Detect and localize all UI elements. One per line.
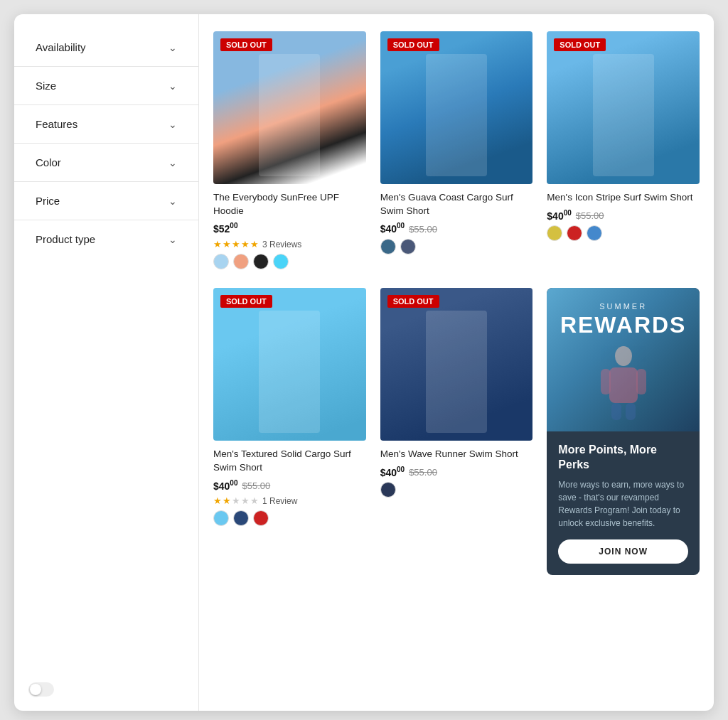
color-swatches (213, 254, 366, 269)
star-filled: ★ (213, 239, 222, 249)
star-empty: ★ (250, 495, 259, 506)
filter-availability[interactable]: Availability ⌄ (14, 28, 198, 67)
chevron-down-icon: ⌄ (168, 157, 177, 168)
rewards-body: More Points, More Perks More ways to ear… (547, 431, 700, 575)
product-person-silhouette (593, 54, 654, 176)
svg-rect-1 (609, 367, 638, 403)
product-pricing: $5200 (213, 222, 366, 235)
bottom-toggle[interactable] (28, 682, 54, 697)
product-pricing: $4000 $55.00 (380, 222, 533, 235)
color-swatches (547, 225, 700, 241)
filter-label-availability: Availability (36, 41, 86, 53)
color-swatches (380, 482, 533, 498)
star-empty: ★ (232, 495, 240, 506)
chevron-down-icon: ⌄ (168, 42, 177, 53)
product-card[interactable]: Sold out Men's Icon Stripe Surf Swim Sho… (547, 31, 700, 274)
color-swatch[interactable] (233, 510, 249, 526)
color-swatch[interactable] (567, 225, 582, 241)
color-swatches (213, 510, 366, 526)
product-info: Men's Wave Runner Swim Short $4000 $55.0… (380, 441, 533, 503)
rewards-description: More ways to earn, more ways to save - t… (558, 478, 688, 530)
product-card[interactable]: Sold out Men's Guava Coast Cargo Surf Sw… (380, 31, 533, 274)
star-filled: ★ (232, 239, 240, 249)
color-swatch[interactable] (253, 254, 269, 269)
svg-point-0 (615, 346, 632, 366)
color-swatches (380, 239, 533, 254)
color-swatch[interactable] (273, 254, 289, 269)
product-image: Sold out (213, 288, 366, 441)
svg-rect-3 (636, 369, 646, 394)
filter-label-product_type: Product type (36, 233, 95, 245)
price-sup: 00 (230, 479, 237, 487)
filter-label-color: Color (36, 156, 61, 168)
svg-rect-2 (601, 369, 611, 394)
color-swatch[interactable] (253, 510, 269, 526)
price-current: $4000 (380, 466, 405, 478)
star-half: ★ (250, 239, 259, 249)
price-sup: 00 (397, 466, 405, 473)
color-swatch[interactable] (380, 239, 396, 254)
color-swatch[interactable] (213, 254, 229, 269)
sidebar: Availability ⌄ Size ⌄ Features ⌄ Color ⌄… (14, 14, 199, 711)
price-current: $4000 (380, 222, 405, 235)
price-original: $55.00 (576, 210, 604, 221)
toggle-knob (30, 684, 41, 695)
filter-color[interactable]: Color ⌄ (14, 144, 198, 182)
chevron-down-icon: ⌄ (168, 234, 177, 245)
svg-rect-5 (626, 403, 636, 420)
product-image: Sold out (213, 31, 366, 184)
filter-product_type[interactable]: Product type ⌄ (14, 220, 198, 258)
product-info: The Everybody SunFree UPF Hoodie $5200 ★… (213, 184, 366, 274)
product-person-silhouette (426, 311, 487, 433)
star-filled: ★ (223, 239, 231, 249)
chevron-down-icon: ⌄ (168, 80, 177, 92)
rewards-summer-text: Summer (599, 302, 647, 311)
price-current: $5200 (213, 222, 237, 235)
filter-size[interactable]: Size ⌄ (14, 67, 198, 105)
star-filled: ★ (241, 239, 250, 249)
filter-price[interactable]: Price ⌄ (14, 182, 198, 220)
sold-out-badge: Sold out (387, 38, 439, 51)
product-name: Men's Wave Runner Swim Short (380, 448, 533, 461)
filter-features[interactable]: Features ⌄ (14, 105, 198, 144)
chevron-down-icon: ⌄ (168, 119, 177, 130)
price-sup: 00 (397, 222, 405, 230)
product-pricing: $4000 $55.00 (380, 466, 533, 478)
product-card[interactable]: Sold out The Everybody SunFree UPF Hoodi… (213, 31, 366, 274)
star-empty: ★ (241, 495, 250, 506)
price-original: $55.00 (242, 480, 270, 491)
rewards-title: More Points, More Perks (558, 443, 688, 473)
price-sup: 00 (230, 222, 237, 230)
product-card[interactable]: Sold out Men's Textured Solid Cargo Surf… (213, 288, 366, 575)
color-swatch[interactable] (400, 239, 416, 254)
product-name: Men's Guava Coast Cargo Surf Swim Short (380, 191, 533, 218)
product-image: Sold out (380, 31, 533, 184)
product-info: Men's Icon Stripe Surf Swim Short $4000 … (547, 184, 700, 246)
sold-out-badge: Sold out (387, 295, 439, 308)
color-swatch[interactable] (587, 225, 602, 241)
product-name: Men's Textured Solid Cargo Surf Swim Sho… (213, 448, 366, 475)
color-swatch[interactable] (233, 254, 249, 269)
star-filled: ★ (213, 495, 222, 506)
filter-label-price: Price (36, 195, 60, 207)
star-filled: ★ (223, 495, 231, 506)
rewards-figure-icon (588, 342, 659, 420)
svg-rect-4 (611, 403, 621, 420)
product-name: Men's Icon Stripe Surf Swim Short (547, 191, 700, 205)
price-original: $55.00 (409, 467, 437, 478)
product-pricing: $4000 $55.00 (547, 209, 700, 222)
product-card[interactable]: Sold out Men's Wave Runner Swim Short $4… (380, 288, 533, 575)
price-sup: 00 (564, 209, 572, 217)
color-swatch[interactable] (547, 225, 562, 241)
color-swatch[interactable] (380, 482, 396, 498)
star-rating: ★★★★★ (213, 239, 259, 249)
color-swatch[interactable] (213, 510, 229, 526)
price-original: $55.00 (409, 224, 437, 235)
product-info: Men's Textured Solid Cargo Surf Swim Sho… (213, 441, 366, 530)
filter-label-features: Features (36, 118, 77, 130)
review-count: 1 Review (262, 496, 297, 506)
join-now-button[interactable]: JOIN NOW (558, 539, 688, 564)
filter-label-size: Size (36, 80, 56, 92)
rewards-image-area: Summer REWARDS (547, 288, 700, 431)
sold-out-badge: Sold out (220, 38, 272, 51)
